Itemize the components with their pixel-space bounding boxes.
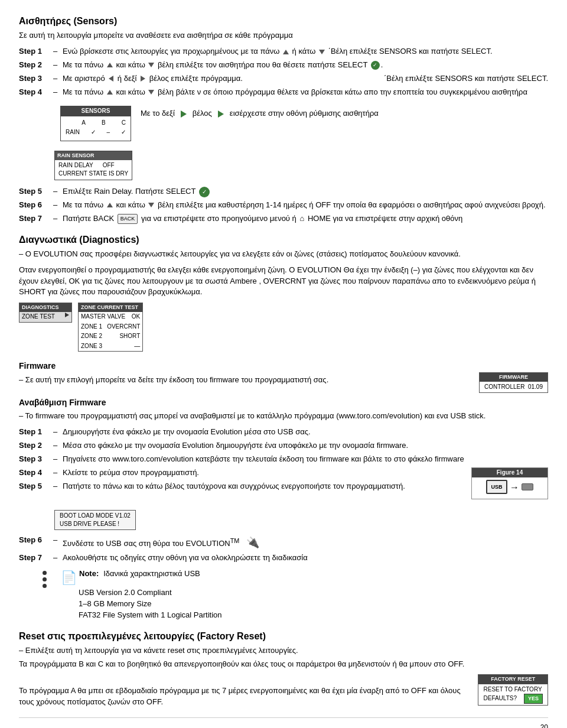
fw-step-content-3: Πηγαίνετε στο www.toro.com/evolution κατ… [63, 454, 548, 465]
factory-reset-box: FACTORY RESET RESET TO FACTORY DEFAULTS?… [478, 674, 548, 706]
fw-step-content-6: Συνδέστε το USB σας στη θύρα του EVOLUTI… [63, 535, 548, 550]
arrow-up-icon-4 [107, 90, 113, 95]
step-label-4: Step 4 [19, 87, 53, 98]
factory-reset-defaults-label: RESET TO FACTORY [483, 685, 542, 694]
fw-step-row-4: Step 4 – Κλείστε το ρεύμα στον προγραμμα… [19, 467, 462, 479]
step-dash-2: – [53, 60, 63, 71]
back-btn-7[interactable]: BACK [118, 214, 138, 224]
sensors-rain-a: ✓ [91, 128, 96, 137]
rain-delay-val: OFF [103, 161, 115, 170]
zone-3-label: ZONE 3 [81, 342, 102, 351]
step-row-3: Step 3 – Με αριστερό ή δεξί βέλος επιλέξ… [19, 73, 548, 84]
sensors-subtitle: Σε αυτή τη λειτουργία μπορείτε να αναθέσ… [19, 30, 548, 41]
rain-delay-row: RAIN DELAY OFF [58, 161, 128, 170]
sensor-arrow-desc: εισέρχεστε στην οθόνη ρύθμισης αισθητήρα [230, 108, 379, 119]
current-state-label: CURRENT STATE IS DRY [58, 170, 128, 178]
fw-step-dash-1: – [53, 427, 63, 438]
fw-step-content-7: Ακολουθήστε τις οδηγίες στην οθόνη για ν… [63, 552, 548, 564]
firmware-upgrade-title: Αναβάθμιση Firmware [19, 396, 548, 408]
bullet-dot-1 [43, 571, 47, 575]
zone-2-val: SHORT [119, 332, 140, 341]
step-label-7: Step 7 [19, 213, 53, 225]
zone-master-label: MASTER VALVE [81, 313, 125, 321]
sensors-diagram-cols: A B C [66, 119, 126, 128]
diagnostics-text2: Οταν ενεργοποιηθεί ο προγραμματιστής θα … [19, 265, 548, 298]
sensors-rain-b: – [107, 128, 110, 137]
fw-step-dash-6: – [53, 535, 63, 546]
figure14-box: Figure 14 USB → [471, 467, 548, 500]
step-row-1: Step 1 – Ενώ βρίσκεστε στις λειτουργίες … [19, 46, 548, 57]
factory-reset-row2: DEFAULTS? YES [483, 694, 543, 704]
sensors-diagram-box: SENSORS A B C RAIN ✓ – ✓ [60, 106, 131, 141]
arrow-down-icon-4 [148, 90, 154, 95]
sensors-rain-c: ✓ [121, 128, 126, 137]
fw-step-label-4: Step 4 [19, 467, 53, 479]
note-area: 📄 Note: Ιδανικά χαρακτηριστικά USB USB V… [43, 568, 548, 620]
evolution-tm: TM [230, 537, 240, 544]
firmware-box-header: FIRMWARE [480, 373, 548, 382]
zone-1-val: OVERCRNT [107, 323, 140, 332]
zone-1-row: ZONE 1 OVERCRNT [79, 322, 142, 332]
firmware-section: Firmware – Σε αυτή την επιλογή μπορείτε … [19, 360, 548, 620]
step-content-2: Με τα πάνω και κάτω βέλη επιλέξτε τον αι… [63, 60, 548, 71]
usb-label: USB [491, 483, 502, 491]
sensor-diagram-area: SENSORS A B C RAIN ✓ – ✓ Με το δεξί βέλο… [54, 102, 548, 145]
fw-step-content-2: Μέσα στο φάκελο με την ονομασία Evolutio… [63, 440, 548, 451]
diagnostics-title: Διαγνωστικά (Diagnostics) [19, 233, 548, 246]
firmware-text: – Σε αυτή την επιλογή μπορείτε να δείτε … [19, 375, 479, 386]
fw-step-dash-3: – [53, 454, 63, 465]
diagnostics-section: Διαγνωστικά (Diagnostics) – Ο EVOLUTION … [19, 233, 548, 352]
factory-reset-text3: Το πρόγραμμα Α θα μπει σε εβδομαδιαίο πρ… [19, 685, 468, 708]
bullet-dot-2 [43, 577, 47, 581]
factory-reset-box-header: FACTORY RESET [478, 675, 548, 684]
fw-step-content-4: Κλείστε το ρεύμα στον προγραμματιστή. [63, 467, 462, 479]
step-dash-7: – [53, 213, 63, 225]
diagnostics-box: DIAGNOSTICS ZONE TEST [19, 303, 72, 323]
step-content-1: Ενώ βρίσκεστε στις λειτουργίες για προχω… [63, 46, 548, 57]
fw-step-label-1: Step 1 [19, 427, 53, 438]
step-dash-4: – [53, 87, 63, 98]
usb-port-rect: USB [486, 480, 507, 494]
zone-current-test-box: ZONE CURRENT TEST MASTER VALVE OK ZONE 1… [78, 303, 143, 352]
firmware-title: Firmware [19, 360, 548, 372]
factory-reset-section: Reset στις προεπιλεγμένες λειτουργίες (F… [19, 629, 548, 708]
diagnostics-zone-test-row: ZONE TEST [19, 312, 71, 322]
sensor-arrow-text: βέλος [193, 108, 212, 119]
step-label-2: Step 2 [19, 60, 53, 71]
factory-reset-title: Reset στις προεπιλεγμένες λειτουργίες (F… [19, 629, 548, 643]
fw-step-row-5: Step 5 – Πατήστε το πάνω και το κάτω βέλ… [19, 481, 462, 492]
boot-row1: BOOT LOAD MODE V1.02 [60, 512, 131, 520]
zone-master-val: OK [132, 313, 140, 321]
arrow-left-icon [109, 76, 113, 82]
step-label-6: Step 6 [19, 200, 53, 211]
step-label-3: Step 3 [19, 73, 53, 84]
step-dash-3: – [53, 73, 63, 84]
arrow-down-icon-1 [319, 50, 325, 54]
zone-master-valve-row: MASTER VALVE OK [79, 312, 142, 322]
factory-reset-yes-btn[interactable]: YES [524, 694, 543, 704]
factory-reset-text1: – Επιλέξτε αυτή τη λειτουργία για να κάν… [19, 645, 548, 656]
fw-step-row-6: Step 6 – Συνδέστε το USB σας στη θύρα το… [19, 535, 548, 550]
zone-3-val: — [134, 342, 140, 351]
firmware-box: FIRMWARE CONTROLLER 01.09 [479, 372, 548, 394]
firmware-figure-area: Figure 14 USB → Step 4 – Κλείστε το ρεύμ… [19, 467, 548, 506]
bullet-dots [43, 571, 47, 588]
page-number: 20 [19, 717, 548, 728]
arrow-right-icon [141, 76, 145, 82]
sensors-col-a: A [82, 119, 86, 128]
zone-3-row: ZONE 3 — [79, 342, 142, 352]
figure14-label: Figure 14 [472, 468, 548, 478]
factory-reset-bottom: Το πρόγραμμα Α θα μπει σε εβδομαδιαίο πρ… [19, 672, 548, 708]
firmware-upgrade-text: – Το firmware του προγραμματιστή σας μπο… [19, 411, 548, 422]
fw-step-row-2: Step 2 – Μέσα στο φάκελο με την ονομασία… [19, 440, 548, 451]
step-content-6: Με τα πάνω και κάτω βέλη επιλέξτε μια κα… [63, 200, 548, 211]
fw-step-label-6: Step 6 [19, 535, 53, 546]
step-label-1: Step 1 [19, 46, 53, 57]
rain-delay-label: RAIN DELAY [58, 161, 93, 170]
usb-stick-icon [522, 483, 533, 490]
step-dash-1: – [53, 46, 63, 57]
fw-step-label-3: Step 3 [19, 454, 53, 465]
sensors-diagram-rain-row: RAIN ✓ – ✓ [66, 128, 126, 137]
factory-reset-text2: Τα προγράμματα Β και C και το βοηθητικό … [19, 659, 548, 670]
fw-step-dash-4: – [53, 467, 63, 479]
